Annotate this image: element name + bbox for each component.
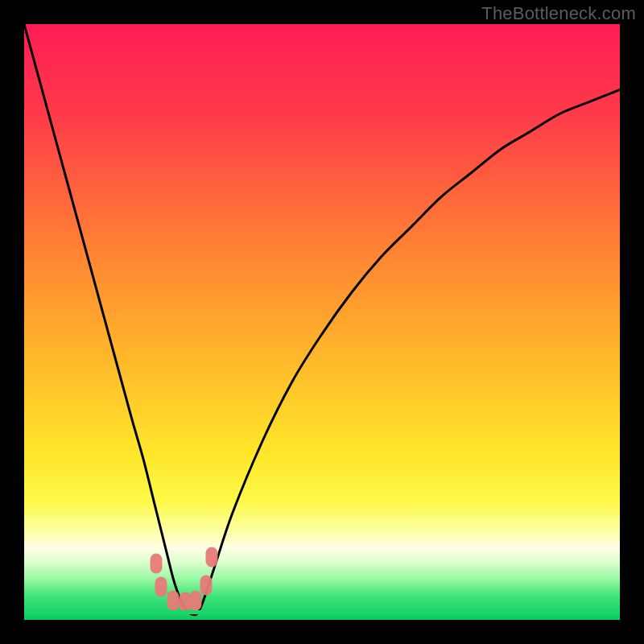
- curve-marker: [206, 547, 218, 568]
- curve-marker: [151, 553, 163, 573]
- watermark-text: TheBottleneck.com: [481, 3, 636, 24]
- curve-marker: [200, 576, 212, 596]
- curve-marker: [167, 591, 180, 611]
- curve-markers: [24, 24, 620, 620]
- baseline-stripe: [24, 610, 620, 614]
- plot-area: [24, 24, 620, 620]
- curve-marker: [190, 591, 202, 611]
- curve-marker: [155, 577, 167, 597]
- chart-frame: TheBottleneck.com: [0, 0, 644, 644]
